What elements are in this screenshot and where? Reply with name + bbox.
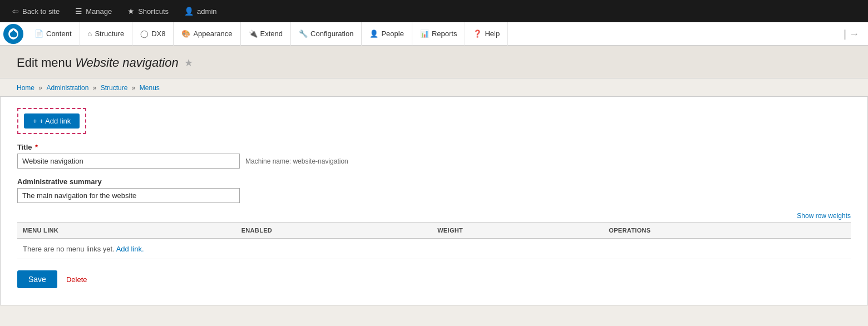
people-icon: 👤 (369, 29, 378, 38)
title-input[interactable] (17, 154, 240, 169)
machine-name-hint: Machine name: website-navigation (245, 157, 348, 165)
summary-input[interactable] (17, 188, 240, 203)
nav-toggle[interactable]: ❘→ (835, 28, 865, 40)
title-form-group: Title * Machine name: website-navigation (17, 143, 851, 169)
star-nav-icon: ★ (127, 7, 135, 16)
nav-item-help[interactable]: ❓ Help (465, 22, 508, 46)
add-link-highlighted-area: + + Add link (17, 108, 86, 134)
table-header-row: Show row weights (17, 212, 851, 220)
nav-item-appearance[interactable]: 🎨 Appearance (174, 22, 240, 46)
col-menu-link: MENU LINK (17, 223, 236, 239)
form-actions: Save Delete (17, 270, 851, 288)
summary-form-group: Administrative summary (17, 177, 851, 203)
col-operations: OPERATIONS (603, 223, 851, 239)
nav-item-people[interactable]: 👤 People (362, 22, 412, 46)
plus-icon: + (33, 117, 37, 125)
add-link-button[interactable]: + + Add link (24, 113, 80, 129)
breadcrumb-home[interactable]: Home (17, 84, 34, 92)
drupal-logo[interactable] (3, 24, 23, 44)
page-header: Edit menu Website navigation ★ (0, 46, 868, 78)
required-indicator: * (33, 143, 38, 151)
title-input-row: Machine name: website-navigation (17, 154, 851, 169)
col-weight: WEIGHT (432, 223, 603, 239)
nav-item-extend[interactable]: 🔌 Extend (241, 22, 291, 46)
nav-item-configuration[interactable]: 🔧 Configuration (291, 22, 362, 46)
empty-table-cell: There are no menu links yet. Add link. (17, 239, 851, 259)
help-icon: ❓ (473, 29, 482, 38)
show-row-weights-link[interactable]: Show row weights (797, 212, 851, 220)
breadcrumb-menus[interactable]: Menus (140, 84, 160, 92)
extend-icon: 🔌 (249, 29, 258, 38)
shortcuts-button[interactable]: ★ Shortcuts (121, 0, 175, 22)
manage-icon: ☰ (75, 7, 82, 16)
nav-item-content[interactable]: 📄 Content (27, 22, 80, 46)
summary-label: Administrative summary (17, 177, 851, 186)
user-icon: 👤 (184, 7, 194, 16)
col-enabled: ENABLED (236, 223, 432, 239)
nav-items: 📄 Content ⌂ Structure ◯ DX8 🎨 Appearance… (27, 22, 835, 46)
breadcrumb-administration[interactable]: Administration (46, 84, 88, 92)
save-button[interactable]: Save (17, 270, 57, 288)
manage-button[interactable]: ☰ Manage (68, 0, 119, 22)
back-to-site-button[interactable]: ⇦ Back to site (6, 0, 66, 22)
admin-bar: ⇦ Back to site ☰ Manage ★ Shortcuts 👤 ad… (0, 0, 868, 22)
page-title: Edit menu Website navigation (17, 56, 179, 70)
admin-user-button[interactable]: 👤 admin (177, 0, 223, 22)
appearance-icon: 🎨 (181, 29, 190, 38)
nav-item-structure[interactable]: ⌂ Structure (80, 22, 133, 46)
configuration-icon: 🔧 (299, 29, 308, 38)
secondary-nav: 📄 Content ⌂ Structure ◯ DX8 🎨 Appearance… (0, 22, 868, 46)
nav-item-reports[interactable]: 📊 Reports (412, 22, 466, 46)
reports-icon: 📊 (420, 29, 429, 38)
nav-item-dx8[interactable]: ◯ DX8 (132, 22, 174, 46)
breadcrumb-structure[interactable]: Structure (101, 84, 128, 92)
dx8-icon: ◯ (140, 29, 149, 38)
empty-table-row: There are no menu links yet. Add link. (17, 239, 851, 259)
back-arrow-icon: ⇦ (12, 7, 19, 16)
add-link-inline-link[interactable]: Add link. (116, 245, 144, 253)
breadcrumb: Home » Administration » Structure » Menu… (0, 78, 868, 96)
page-outer: + + Add link Title * Machine name: websi… (0, 96, 868, 305)
favorite-star-icon[interactable]: ★ (184, 57, 193, 69)
content-icon: 📄 (34, 29, 43, 38)
delete-button[interactable]: Delete (66, 275, 87, 284)
main-content: + + Add link Title * Machine name: websi… (0, 96, 868, 305)
table-header: MENU LINK ENABLED WEIGHT OPERATIONS (17, 223, 851, 239)
drupal-logo-icon (7, 28, 19, 40)
no-links-text: There are no menu links yet. (23, 245, 115, 253)
menu-table: MENU LINK ENABLED WEIGHT OPERATIONS Ther… (17, 222, 851, 259)
structure-icon: ⌂ (88, 29, 92, 38)
title-label: Title * (17, 143, 851, 151)
